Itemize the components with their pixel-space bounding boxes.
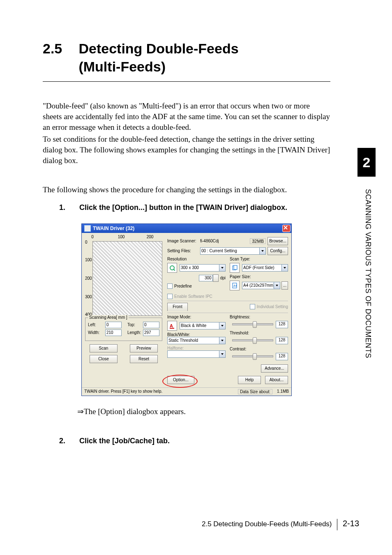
window-icon: [84, 225, 91, 232]
vertical-ruler: 0 100 200 300 400: [85, 241, 92, 315]
section-title-line2: (Multi-Feeds): [78, 59, 166, 74]
setting-files-label: Setting Files:: [167, 249, 200, 253]
preview-button[interactable]: Preview: [130, 344, 158, 352]
predefine-label: Predefine: [174, 284, 192, 288]
status-text: TWAIN driver. Press [F1] key to show hel…: [84, 389, 162, 394]
twain-driver-screenshot: TWAIN Driver (32) 0 100 200: [81, 223, 292, 396]
length-field[interactable]: [143, 329, 159, 336]
scan-type-dropdown[interactable]: ADF (Front Side): [242, 264, 288, 272]
halftone-dropdown: [167, 350, 226, 358]
predefine-checkbox[interactable]: [167, 283, 173, 289]
hruler-200: 200: [147, 235, 154, 239]
svg-line-1: [173, 269, 175, 271]
bw-dropdown[interactable]: Static Threshold: [167, 337, 226, 344]
intro-paragraph-1: "Double-feed" (also known as "Multi-feed…: [43, 101, 330, 132]
vruler-0: 0: [85, 240, 88, 244]
paper-size-value: A4 (210x297mm): [243, 283, 275, 288]
resolution-label: Resolution: [167, 257, 226, 261]
width-label: Width:: [88, 330, 105, 335]
advance-button[interactable]: Advance...: [261, 364, 288, 373]
image-scanner-value: fi-4860Cdj: [200, 239, 250, 243]
image-scanner-label: Image Scanner:: [167, 239, 200, 243]
bw-label: Black/White:: [167, 332, 226, 337]
dpi-stepper[interactable]: [213, 274, 219, 282]
memory-display: 32MB: [250, 238, 266, 244]
paper-size-icon: A4: [230, 281, 240, 290]
contrast-value[interactable]: 128: [276, 353, 288, 360]
close-icon[interactable]: [282, 225, 291, 232]
scan-button[interactable]: Scan: [90, 344, 118, 352]
section-number: 2.5: [43, 39, 75, 58]
chevron-down-icon: [219, 351, 225, 357]
left-field[interactable]: [105, 322, 122, 328]
step-1: 1. Click the [Option...] button in the […: [59, 203, 330, 212]
hruler-100: 100: [118, 235, 125, 239]
browse-button[interactable]: Browse...: [267, 237, 288, 245]
brightness-slider[interactable]: [232, 323, 273, 325]
section-title-line1: Detecting Double-Feeds: [78, 41, 238, 56]
heading-rule: [43, 81, 330, 82]
chevron-down-icon: [259, 248, 265, 254]
scan-preview-area[interactable]: [92, 241, 162, 316]
reset-button[interactable]: Reset: [130, 355, 158, 363]
enable-ipc-label: Enable Software IPC: [174, 294, 212, 299]
intro-paragraph-2: To set conditions for the double-feed de…: [43, 134, 330, 166]
length-label: Length:: [127, 330, 143, 335]
svg-text:A: A: [170, 323, 173, 328]
dpi-field[interactable]: [199, 275, 213, 281]
section-heading: 2.5 Detecting Double-Feeds (Multi-Feeds): [43, 39, 330, 76]
resolution-icon: [167, 263, 177, 273]
bw-value: Static Threshold: [168, 338, 198, 343]
svg-rect-3: [234, 265, 237, 269]
vruler-100: 100: [85, 257, 92, 262]
contrast-label: Contrast:: [230, 347, 288, 351]
top-label: Top:: [127, 322, 143, 327]
front-tab[interactable]: Front: [167, 303, 188, 311]
scan-type-icon: [230, 263, 240, 273]
scan-type-label: Scan Type:: [230, 257, 288, 261]
chevron-down-icon: [219, 322, 225, 329]
dpi-unit: dpi: [220, 276, 226, 280]
setting-files-value: 00 : Current Setting: [201, 249, 237, 253]
window-title: TWAIN Driver (32): [93, 226, 134, 231]
threshold-value[interactable]: 128: [276, 337, 288, 344]
page-footer: 2.5 Detecting Double-Feeds (Multi-Feeds)…: [202, 519, 359, 530]
chevron-down-icon: [219, 337, 225, 344]
vruler-200: 200: [85, 276, 92, 280]
step-2-text: Click the [Job/Cache] tab.: [79, 437, 170, 445]
vruler-300: 300: [85, 294, 92, 299]
resolution-dropdown[interactable]: 300 x 300: [180, 264, 226, 272]
step-1-text: Click the [Option...] button in the [TWA…: [79, 203, 287, 212]
image-mode-value: Black & White: [181, 323, 206, 328]
brightness-label: Brightness:: [230, 315, 288, 319]
help-button[interactable]: Help: [238, 376, 261, 384]
data-size-label: Data Size about:: [240, 389, 270, 394]
threshold-label: Threshold:: [230, 331, 288, 335]
paper-size-more-button[interactable]: ...: [281, 281, 288, 290]
option-highlight-icon: [162, 375, 198, 388]
close-button[interactable]: Close: [90, 355, 118, 363]
top-field[interactable]: [143, 322, 159, 328]
data-size-value: 1.1MB: [272, 389, 289, 394]
step-2: 2. Click the [Job/Cache] tab.: [59, 437, 330, 445]
scanning-area-group: Scanning Area[ mm ] Left: Top: Width: Le: [85, 318, 162, 341]
paper-size-dropdown[interactable]: A4 (210x297mm): [242, 282, 280, 289]
scan-type-value: ADF (Front Side): [243, 265, 274, 270]
chevron-down-icon: [281, 265, 288, 271]
config-button[interactable]: Config...: [267, 247, 288, 255]
brightness-value[interactable]: 128: [276, 321, 288, 328]
about-button[interactable]: About...: [265, 376, 288, 384]
image-mode-dropdown[interactable]: Black & White: [180, 322, 226, 329]
resolution-value: 300 x 300: [181, 265, 199, 270]
threshold-slider[interactable]: [232, 339, 273, 341]
individual-label: Individual Setting: [257, 304, 288, 309]
step-1-number: 1.: [59, 203, 77, 212]
enable-ipc-checkbox: [167, 294, 173, 299]
scanning-area-title: Scanning Area[ mm ]: [88, 315, 129, 320]
width-field[interactable]: [105, 329, 122, 336]
contrast-slider[interactable]: [232, 355, 273, 357]
individual-checkbox: [250, 304, 255, 309]
step-2-number: 2.: [59, 437, 77, 445]
setting-files-dropdown[interactable]: 00 : Current Setting: [200, 247, 266, 255]
twain-driver-window: TWAIN Driver (32) 0 100 200: [81, 223, 292, 396]
